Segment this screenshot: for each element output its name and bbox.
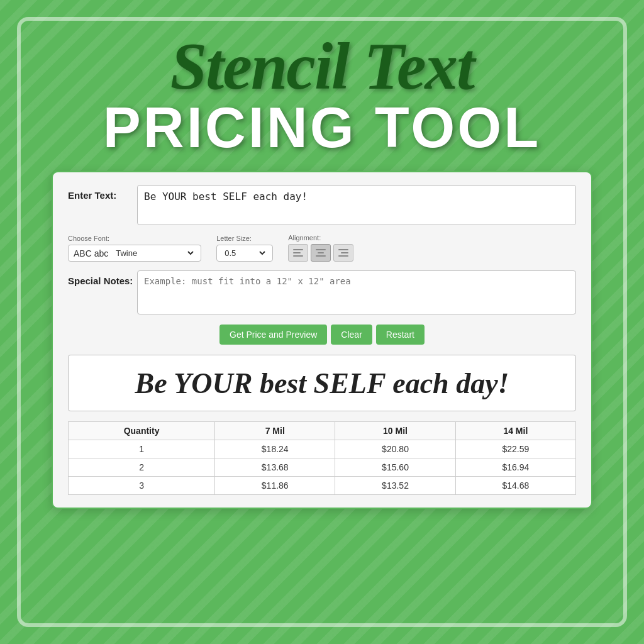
tool-panel: Enter Text: Be YOUR best SELF each day! …	[52, 171, 592, 509]
page-background: Stencil Text PRICING TOOL Enter Text: Be…	[0, 0, 644, 644]
title-area: Stencil Text PRICING TOOL	[21, 21, 623, 162]
title-stencil-text: Stencil Text	[40, 33, 604, 99]
letter-size-control-group: Letter Size: 0.5 1.0 1.5 2.0	[216, 235, 273, 262]
table-header-10mil: 10 Mil	[335, 422, 455, 440]
special-notes-input[interactable]	[137, 270, 576, 314]
clear-button[interactable]: Clear	[331, 325, 372, 345]
table-cell: $11.86	[215, 477, 335, 495]
table-cell: 2	[69, 458, 215, 477]
pricing-table: Quantity 7 Mil 10 Mil 14 Mil 1$18.24$20.…	[68, 421, 576, 495]
font-control-group: Choose Font: ABC abc Twine Arial Times N…	[68, 235, 201, 262]
enter-text-label: Enter Text:	[68, 185, 137, 201]
title-pricing-text: PRICING TOOL	[40, 99, 604, 156]
enter-text-row: Enter Text: Be YOUR best SELF each day!	[68, 185, 576, 225]
special-notes-row: Special Notes:	[68, 270, 576, 314]
table-cell: 3	[69, 477, 215, 495]
choose-font-label: Choose Font:	[68, 235, 201, 242]
table-row: 1$18.24$20.80$22.59	[69, 440, 576, 458]
table-header-14mil: 14 Mil	[455, 422, 575, 440]
font-preview-text: ABC abc	[74, 248, 108, 258]
preview-box: Be YOUR best SELF each day!	[68, 355, 576, 411]
align-right-button[interactable]	[333, 244, 353, 262]
preview-text: Be YOUR best SELF each day!	[135, 367, 509, 400]
letter-size-select[interactable]: 0.5 1.0 1.5 2.0	[222, 248, 267, 258]
size-select-wrapper: 0.5 1.0 1.5 2.0	[216, 245, 273, 262]
table-row: 2$13.68$15.60$16.94	[69, 458, 576, 477]
alignment-control-group: Alignment:	[288, 234, 353, 262]
letter-size-label: Letter Size:	[216, 235, 273, 242]
table-cell: $13.68	[215, 458, 335, 477]
table-cell: $16.94	[455, 458, 575, 477]
action-buttons-row: Get Price and Preview Clear Restart	[68, 325, 576, 345]
font-select[interactable]: Twine Arial Times New Roman	[113, 248, 196, 258]
table-cell: $22.59	[455, 440, 575, 458]
table-cell: $14.68	[455, 477, 575, 495]
align-right-icon	[338, 249, 348, 257]
table-cell: $18.24	[215, 440, 335, 458]
align-left-icon	[293, 249, 303, 257]
align-center-icon	[316, 249, 326, 257]
table-header-row: Quantity 7 Mil 10 Mil 14 Mil	[69, 422, 576, 440]
outer-border: Stencil Text PRICING TOOL Enter Text: Be…	[17, 17, 627, 627]
get-price-button[interactable]: Get Price and Preview	[219, 325, 327, 345]
alignment-label: Alignment:	[288, 234, 353, 242]
table-row: 3$11.86$13.52$14.68	[69, 477, 576, 495]
enter-text-input[interactable]: Be YOUR best SELF each day!	[137, 185, 576, 225]
table-cell: $13.52	[335, 477, 455, 495]
font-select-wrapper: ABC abc Twine Arial Times New Roman	[68, 245, 201, 262]
restart-button[interactable]: Restart	[376, 325, 425, 345]
controls-row: Choose Font: ABC abc Twine Arial Times N…	[68, 234, 576, 262]
align-left-button[interactable]	[288, 244, 308, 262]
table-cell: $20.80	[335, 440, 455, 458]
alignment-buttons	[288, 244, 353, 262]
table-cell: 1	[69, 440, 215, 458]
table-header-7mil: 7 Mil	[215, 422, 335, 440]
table-header-quantity: Quantity	[69, 422, 215, 440]
special-notes-label: Special Notes:	[68, 270, 137, 286]
table-cell: $15.60	[335, 458, 455, 477]
align-center-button[interactable]	[311, 244, 331, 262]
